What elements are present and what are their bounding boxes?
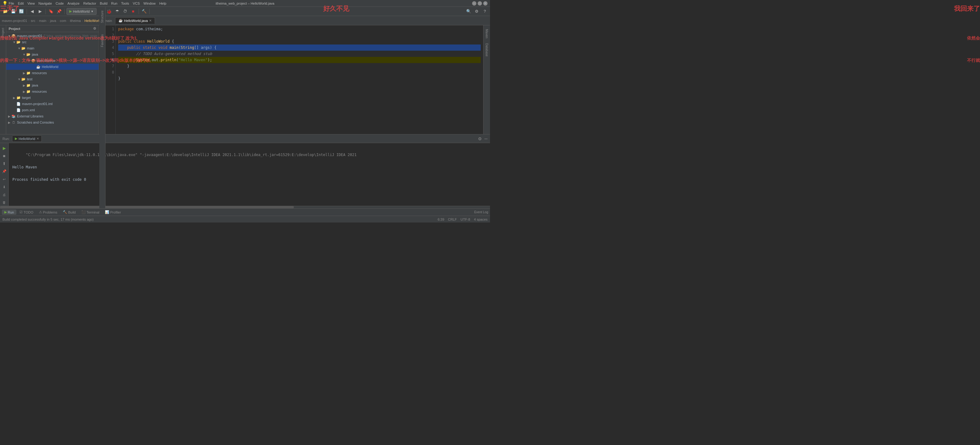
bottom-toolbar-strip: ▶ Run ☑ TODO ⚠ Problems 🔨 Build ⬛ Termin…: [0, 208, 490, 216]
run-label: Run:: [3, 137, 10, 141]
favorites-label[interactable]: Favorites: [100, 33, 105, 48]
tree-resources-main[interactable]: ▶ 📁 resources: [6, 70, 99, 76]
menu-analyze[interactable]: Analyze: [67, 2, 80, 5]
menu-build[interactable]: Build: [100, 2, 107, 5]
maximize-button[interactable]: □: [477, 1, 482, 6]
scroll-end-button[interactable]: ⬇: [1, 184, 8, 190]
breadcrumb-helloworld[interactable]: HelloWorld: [84, 19, 101, 22]
tree-main[interactable]: ▼ 📂 main: [6, 45, 99, 51]
file-tab-helloworld[interactable]: ☕ HelloWorld.java ✕: [115, 17, 155, 24]
file-tab-label: HelloWorld.java: [124, 19, 148, 22]
method-main: main: [170, 44, 178, 51]
tree-test-java[interactable]: ▶ 📁 java: [6, 82, 99, 89]
event-log-link[interactable]: Event Log: [474, 211, 488, 214]
breadcrumb-project[interactable]: maven-project01: [2, 19, 27, 22]
menu-tools[interactable]: Tools: [121, 2, 129, 5]
project-strip-label[interactable]: Project: [1, 28, 5, 37]
tree-target[interactable]: ▶ 📁 target: [6, 95, 99, 101]
breadcrumb-com[interactable]: com: [60, 19, 66, 22]
tree-iml[interactable]: 📄 maven-project01.iml: [6, 101, 99, 107]
encoding[interactable]: UTF-8: [461, 217, 470, 221]
pin-tab-button[interactable]: 📌: [1, 168, 8, 174]
todo-strip-tab[interactable]: ☑ TODO: [17, 209, 36, 215]
cursor-position[interactable]: 6:39: [438, 217, 444, 221]
breadcrumb-main[interactable]: main: [39, 19, 46, 22]
menu-edit[interactable]: Edit: [18, 2, 24, 5]
tree-external-libs[interactable]: ▶ 📚 External Libraries: [6, 113, 99, 119]
menu-refactor[interactable]: Refactor: [83, 2, 96, 5]
run-panel-close-icon[interactable]: ─: [484, 136, 487, 141]
menu-run[interactable]: Run: [111, 2, 117, 5]
build-button[interactable]: 🔨: [141, 8, 148, 15]
menu-window[interactable]: Window: [143, 2, 156, 5]
problems-strip-tab[interactable]: ⚠ Problems: [37, 209, 60, 215]
build-strip-tab[interactable]: 🔨 Build: [60, 209, 78, 215]
run-file-tab[interactable]: ▶ HelloWorld ✕: [12, 135, 42, 142]
back-button[interactable]: ◀: [29, 8, 36, 15]
wrap-output-button[interactable]: ↩: [1, 176, 8, 183]
clear-output-button[interactable]: 🗑: [1, 200, 8, 206]
output-scrollbar[interactable]: [0, 206, 490, 208]
tree-package[interactable]: ▼ 📦 com.itheima: [6, 57, 99, 64]
main-layout: Project Project ⚙ ▼ 📦 maven-project01 E:…: [0, 25, 490, 134]
save-button[interactable]: 💾: [10, 8, 17, 15]
run-file-tab-close[interactable]: ✕: [37, 137, 39, 140]
forward-button[interactable]: ▶: [37, 8, 44, 15]
tree-root[interactable]: ▼ 📦 maven-project01 E:\idea_workspace\it…: [6, 33, 99, 39]
run-strip-tab[interactable]: ▶ Run: [2, 209, 16, 215]
line-separator[interactable]: CRLF: [448, 217, 457, 221]
search-everywhere-button[interactable]: 🔍: [465, 8, 472, 15]
open-file-button[interactable]: 📁: [2, 8, 9, 15]
menu-view[interactable]: View: [27, 2, 35, 5]
menu-navigate[interactable]: Navigate: [38, 2, 52, 5]
indent-size[interactable]: 4 spaces: [474, 217, 487, 221]
println-method: println: [161, 57, 176, 63]
minimize-button[interactable]: ─: [472, 1, 476, 6]
stop-button[interactable]: ■: [130, 8, 137, 15]
tree-java[interactable]: ▼ 📂 java: [6, 51, 99, 57]
menu-bar[interactable]: File Edit View Navigate Code Analyze Ref…: [9, 2, 166, 5]
breadcrumb-itheima[interactable]: itheima: [70, 19, 81, 22]
code-editor[interactable]: package com.itheima; public class HelloW…: [116, 25, 483, 134]
restore-layout-button[interactable]: ⬆: [1, 160, 8, 167]
run-panel-settings-icon[interactable]: ⚙: [478, 136, 482, 141]
stop-run-button[interactable]: ■: [1, 153, 8, 159]
menu-vcs[interactable]: VCS: [133, 2, 140, 5]
breadcrumb-method[interactable]: main: [105, 19, 112, 22]
gear-icon[interactable]: ⚙: [93, 27, 96, 31]
terminal-strip-tab[interactable]: ⬛ Terminal: [79, 209, 102, 215]
menu-help[interactable]: Help: [159, 2, 166, 5]
terminal-strip-icon: ⬛: [81, 210, 86, 214]
tree-src[interactable]: ▼ 📂 src: [6, 39, 99, 45]
close-button[interactable]: ✕: [483, 1, 487, 6]
structure-label[interactable]: Structure: [100, 9, 105, 24]
help-button[interactable]: ?: [481, 8, 488, 15]
tree-pom[interactable]: 📄 pom.xml: [6, 107, 99, 113]
profiler-strip-tab[interactable]: 📊 Profiler: [102, 209, 123, 215]
tree-scratches[interactable]: ▶ 🗒 Scratches and Consoles: [6, 119, 99, 125]
maven-tab-label[interactable]: Maven: [484, 28, 489, 40]
breadcrumb-java[interactable]: java: [50, 19, 56, 22]
tree-external-libs-name: External Libraries: [17, 114, 44, 118]
database-tab-label[interactable]: Database: [484, 42, 489, 58]
tree-test[interactable]: ▼ 📂 test: [6, 76, 99, 82]
run-configuration[interactable]: ▶ HelloWorld ▼: [67, 8, 97, 15]
menu-file[interactable]: File: [9, 2, 14, 5]
debug-button[interactable]: 🐞: [106, 8, 113, 15]
run-with-coverage-button[interactable]: ☂: [114, 8, 121, 15]
bookmark2-button[interactable]: 📌: [56, 8, 62, 15]
tree-helloworld[interactable]: ☕ HelloWorld: [6, 64, 99, 70]
keyword-public-1: public: [118, 38, 132, 44]
menu-code[interactable]: Code: [56, 2, 64, 5]
output-scrollbar-thumb[interactable]: [0, 206, 294, 208]
pom-file-icon: 📄: [16, 108, 21, 112]
rerun-button[interactable]: ▶: [1, 145, 8, 151]
profile-button[interactable]: ⏱: [122, 8, 129, 15]
breadcrumb-src[interactable]: src: [31, 19, 36, 22]
tree-test-resources[interactable]: ▶ 📁 resources: [6, 89, 99, 95]
bookmark-button[interactable]: 🔖: [48, 8, 54, 15]
print-button[interactable]: 🖨: [1, 192, 8, 198]
settings-button[interactable]: ⚙: [473, 8, 480, 15]
sync-button[interactable]: 🔄: [18, 8, 25, 15]
file-tab-close[interactable]: ✕: [149, 19, 151, 22]
